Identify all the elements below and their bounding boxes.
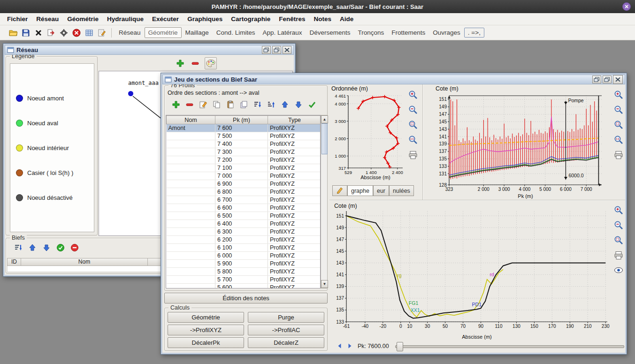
profil-row[interactable]: 7 100ProfilXYZ <box>167 164 321 172</box>
sort-list-icon[interactable] <box>13 242 24 253</box>
profil-nom-cell[interactable]: Amont <box>167 124 215 132</box>
previous-section-button[interactable] <box>335 341 344 350</box>
profil-pk-cell[interactable]: 6 100 <box>215 244 268 252</box>
profil-nom-cell[interactable] <box>167 268 215 276</box>
profil-nom-cell[interactable] <box>167 252 215 260</box>
profil-row[interactable]: 6 600ProfilXYZ <box>167 204 321 212</box>
sort-down-icon[interactable] <box>252 99 263 110</box>
profil-row[interactable]: 6 400ProfilXYZ <box>167 220 321 228</box>
profil-type-cell[interactable]: ProfilXYZ <box>268 284 321 289</box>
stop-icon[interactable] <box>70 27 83 39</box>
profil-row[interactable]: 5 600ProfilXYZ <box>167 284 321 289</box>
zoom-in-icon[interactable] <box>407 89 419 100</box>
calc-button-decalerz[interactable]: DécalerZ <box>248 337 324 348</box>
view-tab-edit[interactable] <box>332 185 347 196</box>
profil-row[interactable]: 6 900ProfilXYZ <box>167 180 321 188</box>
zoom-out-icon[interactable] <box>613 220 624 231</box>
profil-nom-cell[interactable] <box>167 220 215 228</box>
profils-scrollbar[interactable]: ▲ ▼ <box>321 115 328 288</box>
profil-pk-cell[interactable]: 6 800 <box>215 188 268 196</box>
paste-icon[interactable] <box>225 99 236 110</box>
profil-type-cell[interactable]: ProfilXYZ <box>268 276 321 284</box>
toolbar-button-deversements[interactable]: Déversements <box>306 27 354 38</box>
profil-row[interactable]: 6 000ProfilXYZ <box>167 252 321 260</box>
profil-nom-cell[interactable] <box>167 140 215 148</box>
profil-row[interactable]: 6 700ProfilXYZ <box>167 196 321 204</box>
profil-pk-cell[interactable]: 5 900 <box>215 260 268 268</box>
profil-row[interactable]: 6 800ProfilXYZ <box>167 188 321 196</box>
column-header-type[interactable]: Type <box>268 116 321 124</box>
menu-item-hydraulique[interactable]: Hydraulique <box>103 14 148 24</box>
edit-icon[interactable] <box>198 99 209 110</box>
pk-slider-thumb[interactable] <box>397 342 403 351</box>
move-up-icon[interactable] <box>27 242 38 253</box>
profil-pk-cell[interactable]: 5 700 <box>215 276 268 284</box>
profil-type-cell[interactable]: ProfilXYZ <box>268 252 321 260</box>
profil-type-cell[interactable]: ProfilXYZ <box>268 204 321 212</box>
palette-icon[interactable] <box>205 57 217 69</box>
view-tab-nulees[interactable]: nulées <box>389 185 414 196</box>
profil-row[interactable]: 5 800ProfilXYZ <box>167 268 321 276</box>
profil-row[interactable]: 7 500ProfilXYZ <box>167 132 321 140</box>
scrollbar-up-button[interactable]: ▲ <box>321 115 328 123</box>
profil-pk-cell[interactable]: 5 600 <box>215 284 268 289</box>
column-header-pk-m[interactable]: Pk (m) <box>215 116 268 124</box>
profil-type-cell[interactable]: ProfilXYZ <box>268 244 321 252</box>
menu-item-geometrie[interactable]: Géométrie <box>63 14 103 24</box>
profil-type-cell[interactable]: ProfilXYZ <box>268 148 321 156</box>
move-down-icon[interactable] <box>293 99 304 110</box>
profil-type-cell[interactable]: ProfilXYZ <box>268 236 321 244</box>
menu-item-cartographie[interactable]: Cartographie <box>227 14 275 24</box>
profil-type-cell[interactable]: ProfilXYZ <box>268 124 321 132</box>
menu-item-notes[interactable]: Notes <box>309 14 336 24</box>
profil-nom-cell[interactable] <box>167 204 215 212</box>
profil-nom-cell[interactable] <box>167 284 215 289</box>
profil-type-cell[interactable]: ProfilXYZ <box>268 268 321 276</box>
profil-type-cell[interactable]: ProfilXYZ <box>268 180 321 188</box>
profils-table[interactable]: NomPk (m)Type Amont7 600ProfilXYZ7 500Pr… <box>166 115 321 288</box>
profil-pk-cell[interactable]: 7 100 <box>215 164 268 172</box>
menu-item-executer[interactable]: Exécuter <box>148 14 183 24</box>
toolbar-button-reseau[interactable]: Réseau <box>115 27 145 38</box>
scrollbar-down-button[interactable]: ▼ <box>321 280 328 288</box>
profil-row[interactable]: 6 300ProfilXYZ <box>167 228 321 236</box>
profil-row[interactable]: 5 900ProfilXYZ <box>167 260 321 268</box>
profil-type-cell[interactable]: ProfilXYZ <box>268 156 321 164</box>
profil-row[interactable]: 7 300ProfilXYZ <box>167 148 321 156</box>
add-icon[interactable] <box>170 99 182 110</box>
profil-nom-cell[interactable] <box>167 244 215 252</box>
sections-minimize-button[interactable] <box>592 76 601 83</box>
sections-close-button[interactable] <box>613 75 623 84</box>
profil-pk-cell[interactable]: 6 900 <box>215 180 268 188</box>
menu-item-fichier[interactable]: Fichier <box>3 14 32 24</box>
profil-pk-cell[interactable]: 6 400 <box>215 220 268 228</box>
profil-row[interactable]: 6 200ProfilXYZ <box>167 236 321 244</box>
menu-item-graphiques[interactable]: Graphiques <box>183 14 227 24</box>
print-icon[interactable] <box>407 149 419 160</box>
profil-pk-cell[interactable]: 6 600 <box>215 204 268 212</box>
toolbar-button-geometrie[interactable]: Géométrie <box>145 27 182 38</box>
delete-x-icon[interactable] <box>32 27 45 39</box>
notes-edit-icon[interactable] <box>95 27 108 39</box>
menu-item-reseau[interactable]: Réseau <box>32 14 63 24</box>
profil-nom-cell[interactable] <box>167 172 215 180</box>
profil-row[interactable]: Amont7 600ProfilXYZ <box>167 124 321 132</box>
calc-button-profilxyz[interactable]: ->ProfilXYZ <box>168 325 244 335</box>
add-icon[interactable] <box>175 58 186 69</box>
profil-type-cell[interactable]: ProfilXYZ <box>268 260 321 268</box>
toolbar-button-troncons[interactable]: Tronçons <box>354 27 388 38</box>
edit-notes-button[interactable]: Édition des notes <box>164 293 328 303</box>
profil-nom-cell[interactable] <box>167 260 215 268</box>
toolbar-button-cond-limites[interactable]: Cond. Limites <box>213 27 259 38</box>
print-icon[interactable] <box>613 250 624 261</box>
table-grid-icon[interactable] <box>83 27 95 39</box>
toolbar-button-ouvrages[interactable]: Ouvrages <box>429 27 464 38</box>
calc-button-decalerpk[interactable]: DécalerPk <box>168 337 244 348</box>
profil-pk-cell[interactable]: 6 700 <box>215 196 268 204</box>
remove-icon[interactable] <box>184 99 195 110</box>
profil-nom-cell[interactable] <box>167 164 215 172</box>
reseau-maximize-button[interactable] <box>272 46 281 54</box>
zoom-in-icon[interactable] <box>613 205 624 216</box>
biefs-column-nom[interactable]: Nom <box>21 258 148 266</box>
view-tab-eur[interactable]: eur <box>373 185 389 196</box>
